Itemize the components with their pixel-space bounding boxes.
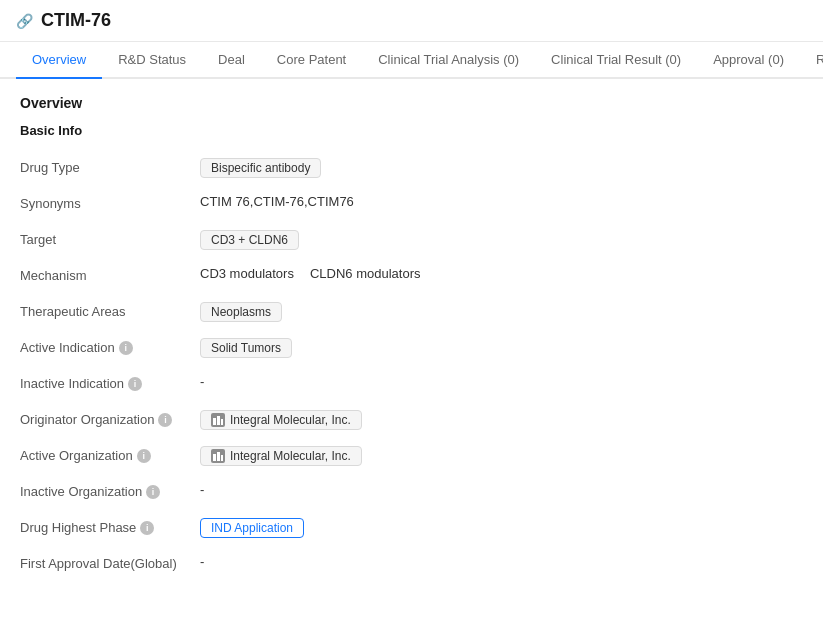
target-label: Target xyxy=(20,230,200,247)
therapeutic-areas-row: Therapeutic Areas Neoplasms xyxy=(20,294,803,330)
active-org-icon xyxy=(211,449,225,463)
target-value: CD3 + CLDN6 xyxy=(200,230,803,250)
drug-highest-phase-row: Drug Highest Phase i IND Application xyxy=(20,510,803,546)
inactive-org-info-icon[interactable]: i xyxy=(146,485,160,499)
tab-core-patent[interactable]: Core Patent xyxy=(261,42,362,79)
active-indication-label: Active Indication i xyxy=(20,338,200,355)
active-org-tag: Integral Molecular, Inc. xyxy=(200,446,362,466)
inactive-org-row: Inactive Organization i - xyxy=(20,474,803,510)
inactive-indication-value: - xyxy=(200,374,803,389)
originator-org-label: Originator Organization i xyxy=(20,410,200,427)
first-approval-date-value: - xyxy=(200,554,803,569)
svg-rect-3 xyxy=(213,454,216,461)
target-tag: CD3 + CLDN6 xyxy=(200,230,299,250)
tab-approval[interactable]: Approval (0) xyxy=(697,42,800,79)
drug-type-row: Drug Type Bispecific antibody xyxy=(20,150,803,186)
tab-clinical-trial-result[interactable]: Clinical Trial Result (0) xyxy=(535,42,697,79)
synonyms-value: CTIM 76,CTIM-76,CTIM76 xyxy=(200,194,803,209)
therapeutic-areas-label: Therapeutic Areas xyxy=(20,302,200,319)
tab-overview[interactable]: Overview xyxy=(16,42,102,79)
active-indication-value: Solid Tumors xyxy=(200,338,803,358)
mechanism-label: Mechanism xyxy=(20,266,200,283)
svg-rect-0 xyxy=(213,418,216,425)
svg-rect-5 xyxy=(221,455,223,461)
tab-rd-status[interactable]: R&D Status xyxy=(102,42,202,79)
inactive-indication-info-icon[interactable]: i xyxy=(128,377,142,391)
synonyms-label: Synonyms xyxy=(20,194,200,211)
mechanism-item-1: CD3 modulators xyxy=(200,266,294,281)
first-approval-date-row: First Approval Date(Global) - xyxy=(20,546,803,582)
drug-type-tag: Bispecific antibody xyxy=(200,158,321,178)
inactive-org-value: - xyxy=(200,482,803,497)
section-title: Overview xyxy=(20,95,803,111)
active-indication-tag: Solid Tumors xyxy=(200,338,292,358)
drug-highest-phase-tag: IND Application xyxy=(200,518,304,538)
active-org-label: Active Organization i xyxy=(20,446,200,463)
drug-highest-phase-value: IND Application xyxy=(200,518,803,538)
mechanism-value: CD3 modulators CLDN6 modulators xyxy=(200,266,803,281)
mechanism-row: Mechanism CD3 modulators CLDN6 modulator… xyxy=(20,258,803,294)
therapeutic-areas-tag: Neoplasms xyxy=(200,302,282,322)
tab-regulation[interactable]: Regulation (0) xyxy=(800,42,823,79)
synonyms-row: Synonyms CTIM 76,CTIM-76,CTIM76 xyxy=(20,186,803,222)
tab-deal[interactable]: Deal xyxy=(202,42,261,79)
drug-highest-phase-label: Drug Highest Phase i xyxy=(20,518,200,535)
originator-org-value: Integral Molecular, Inc. xyxy=(200,410,803,430)
active-org-row: Active Organization i Integral Molecular… xyxy=(20,438,803,474)
mechanism-item-2: CLDN6 modulators xyxy=(310,266,421,281)
active-org-info-icon[interactable]: i xyxy=(137,449,151,463)
page-title: CTIM-76 xyxy=(41,10,111,31)
svg-rect-4 xyxy=(217,452,220,461)
active-indication-row: Active Indication i Solid Tumors xyxy=(20,330,803,366)
inactive-indication-row: Inactive Indication i - xyxy=(20,366,803,402)
subsection-title: Basic Info xyxy=(20,123,803,138)
target-row: Target CD3 + CLDN6 xyxy=(20,222,803,258)
active-org-value: Integral Molecular, Inc. xyxy=(200,446,803,466)
svg-rect-2 xyxy=(221,419,223,425)
svg-rect-1 xyxy=(217,416,220,425)
tab-bar: Overview R&D Status Deal Core Patent Cli… xyxy=(0,42,823,79)
inactive-indication-label: Inactive Indication i xyxy=(20,374,200,391)
edit-icon: 🔗 xyxy=(16,13,33,29)
drug-type-label: Drug Type xyxy=(20,158,200,175)
drug-type-value: Bispecific antibody xyxy=(200,158,803,178)
tab-clinical-trial-analysis[interactable]: Clinical Trial Analysis (0) xyxy=(362,42,535,79)
main-content: Overview Basic Info Drug Type Bispecific… xyxy=(0,79,823,598)
originator-org-info-icon[interactable]: i xyxy=(158,413,172,427)
active-indication-info-icon[interactable]: i xyxy=(119,341,133,355)
drug-highest-phase-info-icon[interactable]: i xyxy=(140,521,154,535)
therapeutic-areas-value: Neoplasms xyxy=(200,302,803,322)
first-approval-date-label: First Approval Date(Global) xyxy=(20,554,200,571)
originator-org-tag: Integral Molecular, Inc. xyxy=(200,410,362,430)
inactive-org-label: Inactive Organization i xyxy=(20,482,200,499)
originator-org-row: Originator Organization i Integral Molec… xyxy=(20,402,803,438)
originator-org-icon xyxy=(211,413,225,427)
page-header: 🔗 CTIM-76 xyxy=(0,0,823,42)
